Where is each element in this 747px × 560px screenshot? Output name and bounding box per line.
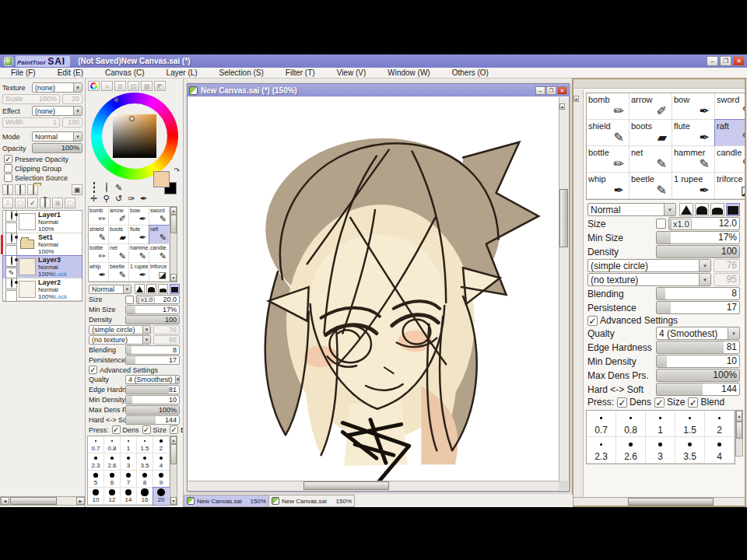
delete-layer-button[interactable] <box>40 198 51 208</box>
brush-size-14[interactable]: 14 <box>121 488 137 505</box>
edge-shape-hard[interactable] <box>679 203 693 216</box>
opacity-slider[interactable]: 100% <box>32 143 82 153</box>
brush-raft[interactable]: raft✎ <box>149 226 170 244</box>
scroll-down-icon[interactable]: ▼ <box>170 274 177 282</box>
brush-size-5[interactable]: 5 <box>88 471 104 488</box>
brush-flute[interactable]: flute✒ <box>672 120 715 146</box>
brush-hammer[interactable]: hammer✎ <box>129 244 149 263</box>
maximize-button[interactable]: ❐ <box>720 56 731 66</box>
brush-size-0.8[interactable]: 0.8 <box>616 411 646 437</box>
brush-triforce[interactable]: triforce◪ <box>715 173 746 199</box>
scroll-thumb[interactable] <box>170 444 177 464</box>
advanced-settings-check[interactable]: ✓Advanced Settings <box>89 366 180 374</box>
layer-mask-button[interactable]: ▣ <box>72 184 82 195</box>
brush-bomb[interactable]: bomb✏ <box>89 207 109 226</box>
brush-bow[interactable]: bow✒ <box>129 207 149 226</box>
canvas-minimize-button[interactable]: – <box>535 86 545 95</box>
density-slider[interactable]: 100 <box>656 245 740 258</box>
new-layer-set-button[interactable] <box>27 184 38 195</box>
title-bar[interactable]: PaintTool SAI (Not Saved)New Canvas.sai … <box>0 54 747 68</box>
visibility-toggle[interactable] <box>5 255 17 267</box>
canvas-vscrollbar[interactable]: ▲ <box>559 97 568 481</box>
size-unit-checkbox[interactable]: ✓ <box>125 296 134 304</box>
texture-select[interactable]: (none) ▼ <box>32 82 82 93</box>
brush-net[interactable]: net✎ <box>630 146 672 173</box>
blending-slider[interactable]: 8 <box>656 287 740 300</box>
min-density-slider[interactable]: 10 <box>125 395 180 404</box>
brush-mode-select[interactable]: Normal▼ <box>89 285 132 294</box>
brush-size-12[interactable]: 12 <box>104 488 121 505</box>
brush-sword[interactable]: sword✎ <box>149 207 170 226</box>
hue-marker[interactable] <box>114 97 119 103</box>
canvas-restore-button[interactable]: ❐ <box>546 86 556 95</box>
move-icon[interactable]: ✛ <box>89 194 99 204</box>
density-slider[interactable]: 100 <box>125 315 180 324</box>
checkbox-icon[interactable]: ✓ <box>654 397 665 408</box>
brush-size-4[interactable]: 4 <box>153 453 170 471</box>
quality-select[interactable]: 4 (Smoothest)▼ <box>125 375 180 384</box>
brush-texture-select[interactable]: (no texture)▼ <box>587 273 711 286</box>
brush-shape-select[interactable]: (simple circle)▼ <box>587 259 711 272</box>
checkbox-icon[interactable]: ✓ <box>617 397 627 408</box>
checkbox-icon[interactable]: ✓ <box>170 425 178 434</box>
chevron-down-icon[interactable]: ▼ <box>728 327 739 339</box>
menu-item-canvas[interactable]: Canvas (C) <box>94 68 156 77</box>
panel-left-scrollbar[interactable]: ▲ <box>573 89 584 506</box>
color-wheel-icon[interactable] <box>88 81 100 91</box>
brush-candle[interactable]: candle✎ <box>149 244 170 263</box>
brush-boots[interactable]: boots▰ <box>630 120 672 146</box>
check-preserve-opacity[interactable]: ✓Preserve Opacity <box>4 155 81 163</box>
brush-raft[interactable]: raft✎ <box>715 120 746 146</box>
brush-beetle[interactable]: beetle✎ <box>109 263 129 282</box>
brush-1-rupee[interactable]: 1 rupee✒ <box>672 173 715 199</box>
brush-size-2.3[interactable]: 2.3 <box>587 437 616 464</box>
brush-candle[interactable]: candle✎ <box>715 146 746 173</box>
new-layer-button[interactable] <box>2 184 13 195</box>
checkbox-icon[interactable]: ✓ <box>688 397 698 408</box>
brush-tray-scrollbar[interactable]: ▲ ▼ <box>170 206 177 282</box>
brush-size-0.7[interactable]: 0.7 <box>587 411 616 437</box>
checkbox-icon[interactable]: ✓ <box>4 155 12 163</box>
brush-size-1.5[interactable]: 1.5 <box>137 436 153 453</box>
new-linework-layer-button[interactable] <box>15 184 26 195</box>
brush-arrow[interactable]: arrow✐ <box>630 93 672 120</box>
size-slider[interactable]: x1.012.0 <box>668 217 740 230</box>
brush-net[interactable]: net✎ <box>109 244 129 263</box>
brush-size-6[interactable]: 6 <box>104 471 121 488</box>
scroll-thumb[interactable] <box>10 497 57 505</box>
rgb-slider-icon[interactable]: ≡ <box>101 81 113 91</box>
brush-bottle[interactable]: bottle✏ <box>89 244 109 263</box>
brush-size-16[interactable]: 16 <box>137 488 153 505</box>
canvas-area[interactable] <box>188 97 559 481</box>
brush-sword[interactable]: sword✎ <box>715 93 746 120</box>
brush-size-0.7[interactable]: 0.7 <box>88 436 104 453</box>
brush-size-10[interactable]: 10 <box>88 488 104 505</box>
brush-size-2.6[interactable]: 2.6 <box>104 453 121 471</box>
brush-size-2.3[interactable]: 2.3 <box>88 453 104 471</box>
brush-size-20[interactable]: 20 <box>153 488 170 505</box>
checkbox-icon[interactable]: ✓ <box>89 366 97 374</box>
brush-size-3.5[interactable]: 3.5 <box>137 453 153 471</box>
scroll-thumb[interactable] <box>628 498 714 506</box>
brush-size-0.8[interactable]: 0.8 <box>104 436 121 453</box>
scroll-up-icon[interactable]: ▲ <box>559 103 565 110</box>
color-wheel[interactable] <box>89 93 181 181</box>
color-mixer-icon[interactable]: ▤ <box>128 81 139 91</box>
press-blend-check[interactable]: ✓Blend <box>688 397 724 408</box>
brush-size-1[interactable]: 1 <box>121 436 137 453</box>
brush-size-4[interactable]: 4 <box>705 437 735 464</box>
canvas-title-bar[interactable]: New Canvas.sai (*) (150%) – ❐ ✕ <box>188 84 569 96</box>
brush-texture-select[interactable]: (no texture)▼ <box>89 335 151 345</box>
grab-icon[interactable]: ✑ <box>126 194 136 204</box>
brush-shield[interactable]: shield✎ <box>587 120 630 146</box>
scroll-up-icon[interactable]: ▲ <box>573 96 579 102</box>
brush-flute[interactable]: flute✒ <box>129 226 149 244</box>
swatches-icon[interactable]: ▦ <box>141 81 153 91</box>
brush-size-8[interactable]: 8 <box>137 471 153 488</box>
menu-item-layer[interactable]: Layer (L) <box>156 68 209 77</box>
chevron-down-icon[interactable]: ▼ <box>142 336 150 344</box>
rect-select-icon[interactable] <box>89 183 99 193</box>
checkbox-icon[interactable]: ✓ <box>142 425 151 434</box>
brush-shield[interactable]: shield✎ <box>89 226 109 244</box>
panel-hscrollbar[interactable] <box>573 497 745 506</box>
